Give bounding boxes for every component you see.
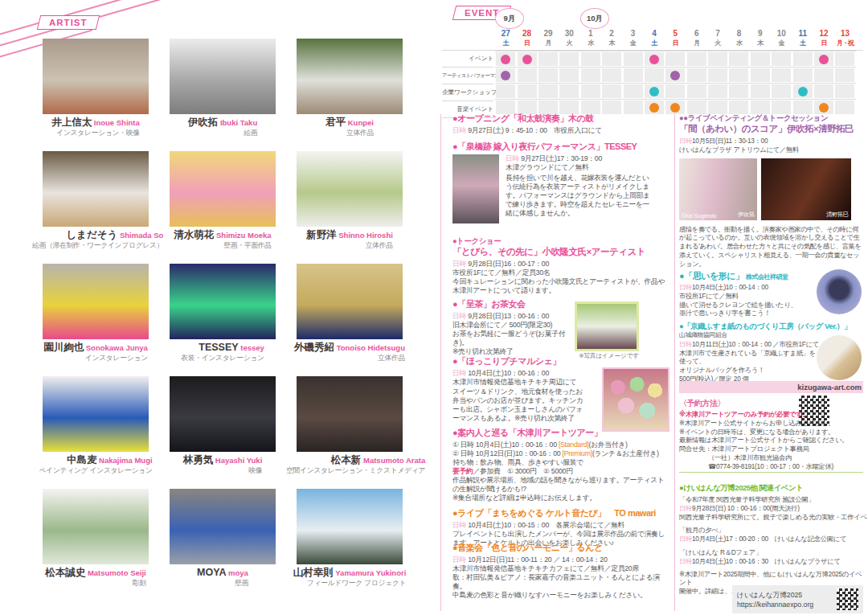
- event-venue: けいはんなプラザ アトリウムにて／無料: [679, 146, 863, 154]
- calendar-cell: [559, 68, 579, 82]
- column-divider: [674, 114, 675, 611]
- reservation-note: ※木津川アート公式サイトからお申し込みください。: [679, 419, 863, 428]
- event-dot: [649, 103, 659, 113]
- artist-card: 伊吹拓 Ibuki Taku絵画: [159, 39, 286, 151]
- calendar-cell: [772, 52, 791, 66]
- calendar-cell: [772, 84, 791, 98]
- event-fusuma-workshop: ●「京織ふすま紙のものづくり工房（バッグ Ver.）」 山城織物協同組合 日時1…: [679, 321, 863, 383]
- artist-name: 外磯秀紹: [294, 342, 334, 353]
- contact-line: 問合せ先：木津川アートプロジェクト事務局: [679, 445, 863, 453]
- photo-credit: ©Kei Sugimoto: [682, 213, 716, 219]
- calendar-cell: [602, 52, 621, 66]
- calendar-day: 27土: [495, 29, 516, 47]
- calendar-cell: [835, 68, 854, 82]
- tea-ceremony-photo: [575, 301, 639, 351]
- reservation-required: 要予約: [452, 467, 473, 475]
- calendar-cell: [624, 68, 643, 82]
- tour-plan-note: (ランチ＆お土産付き): [592, 449, 659, 457]
- date-text: 10月4日(土)10：00-14：00: [692, 283, 768, 291]
- event-description: 木津川市で生産されている「京織ふすま紙」を使って、: [679, 349, 817, 367]
- related-event-description: 関西光量子科学研究所にて。親子で楽しめる光の実験・工作イベント: [679, 513, 863, 522]
- date-label: 日時: [452, 556, 466, 564]
- date-label: 日時: [452, 126, 466, 134]
- artist-photo: [43, 39, 149, 114]
- artist-card: 山村幸則 Yamamura Yukinoriフィールドワーク プロジェクト: [286, 489, 413, 601]
- artist-discipline: フィールドワーク プロジェクト: [293, 578, 407, 588]
- date-text: 9月27日(土) 9：45-10：00 市役所入口にて: [468, 126, 602, 134]
- calendar-cell: [602, 84, 621, 98]
- event-dot: [501, 55, 510, 64]
- calendar-cell: [538, 68, 558, 82]
- reservation-heading: 〈予約方法〉: [679, 398, 863, 408]
- tour-items: 持ち物：飲み物、雨具、歩きやすい服装で: [452, 458, 669, 467]
- calendar-cell: [665, 52, 685, 66]
- event-venue: 市役所1Fにて／無料／定員30名: [452, 269, 669, 277]
- event-tessey-performance: ●「泉橋跡 嫁入り夜行パフォーマンス」TESSEY 日時 9月27日(土)17：…: [452, 141, 669, 223]
- artist-discipline: 壁画: [197, 578, 248, 588]
- live-painting-photo-seino: 清野拓巳: [761, 158, 851, 220]
- calendar-cell: [814, 52, 833, 66]
- artist-discipline: 立体作品: [306, 240, 393, 251]
- date-text: 9月28日(日)16：00-17：00: [468, 260, 549, 268]
- event-column-left: ●オープニング「和太鼓演奏」木の鼓 日時 9月27日(土) 9：45-10：00…: [452, 113, 669, 615]
- artist-romaji: Yamamura Yukinori: [334, 568, 407, 577]
- reservation-note: ※イベントの日時等は、変更になる場合があります。: [679, 428, 863, 437]
- event-dot: [670, 71, 680, 80]
- artist-photo: [170, 376, 276, 452]
- fusuma-bag-photo: [817, 335, 862, 380]
- date-text: 10月11日(土)10：00-14：00 ／市役所1Fにて: [692, 340, 819, 348]
- section-title: ●けいはんな万博2025他 関連イベント: [679, 482, 863, 493]
- calendar-cell: [645, 68, 664, 82]
- artist-name: 山村幸則: [293, 567, 334, 578]
- related-event-date: 日時10月4日(土)17：00-20：00 けいはんな記念公園にて: [679, 535, 863, 543]
- event-description: 中島麦の色彩と音が織りなすハーモニーをお楽しみください。: [452, 591, 669, 600]
- event-title: ●「ほっこりプチマルシェ」: [452, 356, 669, 367]
- event-title: ●ライブ「まちをめぐる ケルト音たび」 TO mawari: [452, 508, 669, 519]
- event-title: ●「泉橋跡 嫁入り夜行パフォーマンス」TESSEY: [452, 141, 669, 152]
- calendar-cell: [581, 52, 600, 66]
- tour-plan-tag: [Premium]: [563, 449, 592, 457]
- row-label-artist-performance: アーティストパフォーマンス: [442, 68, 493, 84]
- calendar-cell: [581, 84, 600, 98]
- artist-discipline: 絵画: [188, 128, 257, 138]
- artist-name: MOYA: [197, 567, 226, 578]
- artist-card: 井上信太 Inoue Shintaインスタレーション・映像: [32, 39, 159, 151]
- artist-photo: [43, 264, 149, 339]
- event-description: 今回キュレーションに関わった小吹隆文氏とアーティストが、作品や木津川アートについ…: [452, 277, 669, 295]
- calendar-day: 11土: [792, 29, 813, 47]
- artist-grid: 井上信太 Inoue Shintaインスタレーション・映像伊吹拓 Ibuki T…: [32, 39, 416, 601]
- calendar-cell: [793, 68, 813, 82]
- artist-name: 伊吹拓: [188, 117, 219, 128]
- reservation-info: 〈予約方法〉 ※木津川アートツアーのみ予約が必要です。 ※木津川アート公式サイト…: [679, 398, 863, 471]
- calendar-cell: [751, 68, 770, 82]
- event-color-sound-concert: ●音楽会「色と音のハーモニー」るんと 日時 10月12日(日)11：00-11：…: [452, 543, 669, 600]
- event-calendar: 9月 10月 27土28日29月30火1水2木3金4土5日6月7火8水9木10金…: [442, 5, 863, 116]
- event-description: 感情を奏でる。衝動を描く。演奏家や画家の中で、その時に何が起こっているのか。互い…: [679, 225, 863, 269]
- keihanna-note: ※木津川アート2025期間中、他にもけいはんな万博2025のイベント: [679, 570, 863, 588]
- event-title-kicker: ●●ライブペインティング＆トークセッション: [679, 113, 863, 123]
- row-label-event: イベント: [442, 51, 493, 68]
- month-circle-october: 10月: [580, 8, 609, 29]
- date-text: 10月4日(土)17：00-20：00 けいはんな記念公園にて: [692, 535, 846, 543]
- artist-photo: [170, 264, 276, 339]
- artist-photo: [297, 489, 403, 564]
- artist-discipline: インスタレーション・映像: [51, 128, 140, 138]
- date-text: 10月4日(土)10：00-15：00 各展示会場にて／無料: [468, 521, 624, 529]
- related-event-title: 「観月の夕べ」: [679, 526, 863, 535]
- photo-caption: 清野拓巳: [826, 211, 849, 219]
- artist-romaji: Tonoiso Hidetsugu: [334, 343, 405, 352]
- related-event-title: 「令和7年度 関西光量子科学研究所 施設公開」: [679, 495, 863, 504]
- artist-card: MOYA moya壁画: [159, 489, 286, 601]
- date-text: 9月28日(日) 10：00-16：00(雨天決行): [692, 504, 800, 512]
- company-name: 株式会社祥碩堂: [746, 273, 788, 281]
- artist-discipline: 立体作品: [294, 353, 405, 363]
- event-column-right: ●●ライブペインティング＆トークセッション 「間（あわい）のスコア」伊吹拓×清野…: [679, 113, 863, 615]
- artist-card: 清水萌花 Shimizu Moeka壁画・平面作品: [159, 151, 286, 264]
- event-title: ●音楽会「色と音のハーモニー」るんと: [452, 543, 669, 553]
- calendar-cell: [687, 84, 706, 98]
- calendar-cell: [645, 84, 664, 98]
- calendar-cell: [645, 52, 664, 66]
- event-date-line: 日時 10月12日(日)11：00-11：20 ／ 14：00-14：20: [452, 556, 669, 564]
- tour-date: ① 日時 10月4日(土)10：00-16：00: [452, 441, 559, 449]
- date-label: 日時: [679, 557, 692, 565]
